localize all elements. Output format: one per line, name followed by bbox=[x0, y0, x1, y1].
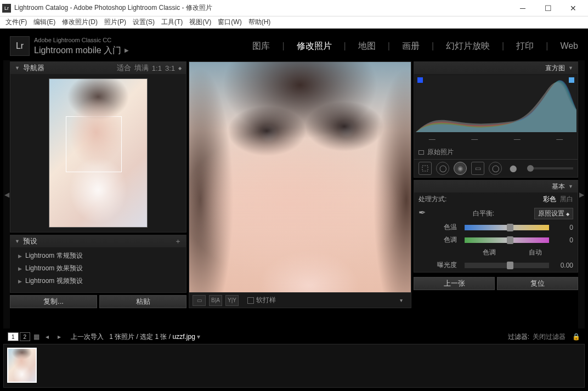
navigator-crop-frame[interactable] bbox=[66, 116, 122, 172]
divider: | bbox=[546, 41, 548, 51]
zoom-fill[interactable]: 填满 bbox=[134, 63, 149, 73]
before-after-lr-icon[interactable]: B|A bbox=[209, 295, 222, 306]
original-photo-label: 原始照片 bbox=[427, 148, 454, 157]
graduated-filter-icon[interactable]: ▭ bbox=[471, 162, 484, 175]
disclosure-icon: ▼ bbox=[15, 239, 20, 244]
tool-strip: ◯ ◉ ▭ ◯ ⬤ bbox=[414, 159, 578, 177]
module-picker: 图库 | 修改照片 | 地图 | 画册 | 幻灯片放映 | 打印 | Web bbox=[252, 41, 578, 52]
reset-button[interactable]: 复位 bbox=[497, 277, 578, 290]
identity-bar: Lr Adobe Lightroom Classic CC Lightroom … bbox=[3, 32, 585, 60]
svg-rect-0 bbox=[422, 166, 428, 171]
wb-select[interactable]: 原照设置 ◆ bbox=[534, 208, 573, 219]
menu-edit[interactable]: 编辑(E) bbox=[30, 16, 59, 29]
tint-value[interactable]: 0 bbox=[552, 236, 573, 244]
left-gutter[interactable]: ◀ bbox=[3, 60, 10, 328]
treatment-bw[interactable]: 黑白 bbox=[560, 195, 573, 203]
zoom-1-1[interactable]: 1:1 bbox=[152, 64, 162, 72]
menu-tools[interactable]: 工具(T) bbox=[158, 16, 186, 29]
copy-button[interactable]: 复制... bbox=[10, 295, 97, 308]
spot-removal-icon[interactable]: ◯ bbox=[436, 162, 449, 175]
module-slideshow[interactable]: 幻灯片放映 bbox=[446, 41, 490, 52]
module-develop[interactable]: 修改照片 bbox=[297, 41, 332, 52]
auto-tone-button[interactable]: 自动 bbox=[529, 248, 542, 257]
exposure-value[interactable]: 0.00 bbox=[552, 262, 573, 269]
menu-help[interactable]: 帮助(H) bbox=[245, 16, 274, 29]
hist-info-1: — bbox=[419, 135, 446, 143]
forward-icon[interactable]: ▸ bbox=[58, 333, 65, 341]
divider: | bbox=[344, 41, 346, 51]
zoom-more-icon[interactable]: ◆ bbox=[178, 66, 182, 71]
prev-reset-row: 上一张 复位 bbox=[414, 277, 578, 290]
histogram-header[interactable]: 直方图 ▼ bbox=[414, 62, 578, 74]
filter-lock-icon[interactable]: 🔒 bbox=[572, 333, 580, 341]
hist-info-3: — bbox=[504, 135, 531, 143]
crop-tool-icon[interactable] bbox=[419, 162, 432, 175]
zoom-fit[interactable]: 适合 bbox=[117, 63, 131, 73]
before-after-tb-icon[interactable]: Y|Y bbox=[225, 295, 239, 306]
right-gutter[interactable]: ▶ bbox=[578, 60, 585, 328]
brush-size-slider[interactable] bbox=[527, 167, 573, 169]
navigator-header[interactable]: ▼ 导航器 适合 填满 1:1 3:1 ◆ bbox=[10, 62, 186, 74]
source-label: 上一次导入 bbox=[71, 333, 104, 341]
paste-button[interactable]: 粘贴 bbox=[99, 295, 186, 308]
preset-folder[interactable]: ▶Lightroom 效果预设 bbox=[10, 262, 186, 275]
tone-label: 色调 bbox=[483, 248, 496, 257]
filmstrip-thumb[interactable] bbox=[7, 348, 37, 383]
filmstrip[interactable] bbox=[3, 344, 585, 388]
adjustment-brush-icon[interactable]: ⬤ bbox=[506, 162, 519, 175]
module-map[interactable]: 地图 bbox=[358, 41, 376, 52]
filename-label: uzzf.jpg bbox=[173, 333, 195, 341]
identity-line2[interactable]: Lightroom mobile 入门▶ bbox=[34, 44, 252, 56]
image-canvas[interactable] bbox=[189, 61, 411, 293]
module-web[interactable]: Web bbox=[560, 41, 578, 51]
basic-header[interactable]: 基本 ▼ bbox=[414, 180, 578, 192]
minimize-button[interactable]: ─ bbox=[510, 0, 535, 16]
primary-display-button[interactable]: 1 bbox=[8, 332, 19, 341]
presets-header[interactable]: ▼ 预设 ＋ bbox=[10, 235, 186, 247]
zoom-3-1[interactable]: 3:1 bbox=[165, 64, 175, 72]
redeye-tool-icon[interactable]: ◉ bbox=[454, 162, 467, 175]
loupe-view-icon[interactable]: ▭ bbox=[193, 295, 206, 306]
develop-toolbar: ▭ B|A Y|Y 软打样 ▾ bbox=[189, 293, 411, 308]
radial-filter-icon[interactable]: ◯ bbox=[489, 162, 502, 175]
previous-button[interactable]: 上一张 bbox=[414, 277, 495, 290]
exposure-row: 曝光度 0.00 bbox=[419, 260, 573, 270]
back-icon[interactable]: ◂ bbox=[46, 333, 53, 341]
add-preset-icon[interactable]: ＋ bbox=[174, 236, 182, 246]
menu-view[interactable]: 视图(V) bbox=[186, 16, 214, 29]
preset-folder[interactable]: ▶Lightroom 常规预设 bbox=[10, 250, 186, 262]
navigator-title: 导航器 bbox=[23, 63, 44, 73]
tint-slider[interactable] bbox=[465, 237, 549, 243]
eyedropper-icon[interactable]: ✒ bbox=[419, 207, 433, 219]
treatment-label: 处理方式: bbox=[419, 195, 446, 204]
navigator-image[interactable] bbox=[49, 78, 148, 228]
filter-select[interactable]: 关闭过滤器 bbox=[533, 332, 566, 342]
presets-panel: ▼ 预设 ＋ ▶Lightroom 常规预设 ▶Lightroom 效果预设 ▶… bbox=[10, 235, 186, 293]
module-library[interactable]: 图库 bbox=[252, 41, 270, 52]
menu-photo[interactable]: 照片(P) bbox=[101, 16, 129, 29]
treatment-row: 处理方式: 彩色 黑白 bbox=[419, 195, 573, 204]
grid-icon[interactable]: ▦ bbox=[33, 333, 41, 341]
chevron-down-icon[interactable]: ▾ bbox=[197, 333, 200, 341]
secondary-display-button[interactable]: 2 bbox=[20, 332, 31, 341]
exposure-slider[interactable] bbox=[465, 263, 549, 268]
preset-folder[interactable]: ▶Lightroom 视频预设 bbox=[10, 275, 186, 287]
module-print[interactable]: 打印 bbox=[516, 41, 534, 52]
menu-file[interactable]: 文件(F) bbox=[2, 16, 30, 29]
menu-settings[interactable]: 设置(S) bbox=[129, 16, 158, 29]
breadcrumb[interactable]: 上一次导入 1 张照片 / 选定 1 张 / uzzf.jpg ▾ bbox=[71, 332, 200, 342]
temp-value[interactable]: 0 bbox=[552, 224, 573, 231]
original-photo-row[interactable]: 原始照片 bbox=[414, 145, 578, 159]
center-column: ▭ B|A Y|Y 软打样 ▾ bbox=[189, 61, 411, 308]
histogram-chart[interactable] bbox=[415, 75, 576, 132]
disclosure-icon: ▼ bbox=[568, 65, 573, 71]
menu-window[interactable]: 窗口(W) bbox=[214, 16, 245, 29]
temp-slider[interactable] bbox=[465, 225, 549, 230]
close-button[interactable]: ✕ bbox=[561, 0, 586, 16]
menu-develop[interactable]: 修改照片(D) bbox=[59, 16, 101, 29]
treatment-color[interactable]: 彩色 bbox=[543, 195, 556, 203]
toolbar-menu-icon[interactable]: ▾ bbox=[394, 295, 408, 306]
module-book[interactable]: 画册 bbox=[402, 41, 420, 52]
soft-proof-toggle[interactable]: 软打样 bbox=[247, 296, 276, 305]
maximize-button[interactable]: ☐ bbox=[535, 0, 561, 16]
